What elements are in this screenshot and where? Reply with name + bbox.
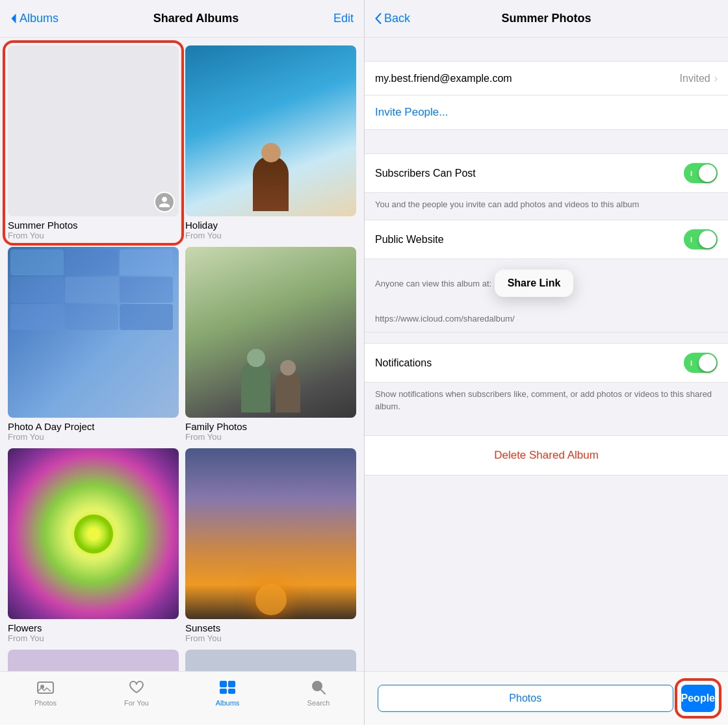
invite-people-label: Invite People... (375, 106, 448, 119)
album-thumb-photo-a-day (8, 247, 179, 418)
album-thumb-sunsets (185, 448, 356, 619)
invite-people-row[interactable]: Invite People... (365, 95, 728, 129)
delete-row[interactable]: Delete Shared Album (365, 435, 728, 476)
album-thumb-holiday (185, 45, 356, 216)
avatar (154, 192, 175, 212)
album-item-sunsets[interactable]: Sunsets From You (185, 448, 356, 643)
public-website-section: Public Website I (365, 220, 728, 259)
toggle-i-icon-2: I (690, 236, 692, 244)
album-grid: Summer Photos From You Holiday From You (0, 38, 364, 671)
album-row-2: Photo A Day Project From You Family Phot… (8, 247, 356, 442)
subscribers-description: You and the people you invite can add ph… (375, 199, 639, 209)
right-header: Back Summer Photos (365, 0, 728, 38)
public-website-label: Public Website (375, 234, 684, 246)
subscribers-can-post-label: Subscribers Can Post (375, 168, 684, 179)
share-link-url[interactable]: https://www.icloud.com/sharedalbum/ (375, 314, 515, 324)
album-item-partial-right[interactable] (185, 650, 356, 671)
right-content: my.best.friend@example.com Invited › Inv… (365, 38, 728, 671)
left-panel: Albums Shared Albums Edit Summer Photos … (0, 0, 364, 725)
invited-email: my.best.friend@example.com (375, 73, 680, 84)
album-thumb-summer-photos (8, 45, 179, 216)
share-link-popup-container: Share Link (495, 270, 574, 297)
svg-rect-3 (228, 681, 235, 687)
tile-7 (10, 304, 64, 330)
album-thumb-family-photos (185, 247, 356, 418)
notifications-description: Show notifications when subscribers like… (375, 389, 712, 411)
photos-icon (36, 678, 55, 696)
album-thumb-partial-right (185, 650, 356, 671)
album-item-photo-a-day[interactable]: Photo A Day Project From You (8, 247, 179, 442)
top-separator (365, 38, 728, 61)
public-website-toggle[interactable]: I (684, 229, 718, 249)
tab-photos-label: Photos (34, 699, 57, 707)
album-item-flowers[interactable]: Flowers From You (8, 448, 179, 643)
svg-rect-0 (38, 682, 53, 693)
photos-tab-label: Photos (509, 693, 541, 704)
notifications-section: Notifications I (365, 343, 728, 383)
notifications-row: Notifications I (365, 344, 728, 382)
bottom-spacer (365, 476, 728, 553)
sep-2 (365, 130, 728, 153)
invited-email-row[interactable]: my.best.friend@example.com Invited › (365, 62, 728, 95)
album-item-partial-left[interactable] (8, 650, 179, 671)
tab-for-you[interactable]: For You (91, 677, 182, 707)
right-back-button[interactable]: Back (375, 12, 410, 25)
subscribers-can-post-row: Subscribers Can Post I (365, 154, 728, 192)
right-back-label: Back (384, 12, 410, 25)
album-sub-sunsets: From You (185, 633, 356, 643)
right-page-title: Summer Photos (501, 12, 591, 25)
tile-4 (10, 277, 64, 303)
anyone-can-view-text: Anyone can view this album at: (375, 279, 491, 288)
toggle-i-icon: I (690, 170, 692, 177)
album-item-holiday[interactable]: Holiday From You (185, 45, 356, 240)
edit-button[interactable]: Edit (333, 12, 354, 25)
album-name-family-photos: Family Photos (185, 421, 356, 432)
tab-albums-label: Albums (216, 699, 240, 707)
invited-status: Invited (680, 73, 710, 84)
svg-rect-2 (220, 681, 227, 687)
link-url-row: https://www.icloud.com/sharedalbum/ (365, 305, 728, 333)
notifications-label: Notifications (375, 357, 684, 369)
sep-3 (365, 333, 728, 343)
notifications-description-row: Show notifications when subscribers like… (365, 383, 728, 422)
album-sub-photo-a-day: From You (8, 432, 179, 442)
invited-section: my.best.friend@example.com Invited › Inv… (365, 61, 728, 130)
back-button[interactable]: Albums (10, 12, 58, 25)
album-thumb-flowers (8, 448, 179, 619)
tile-6 (120, 277, 173, 303)
svg-line-7 (320, 689, 325, 694)
subscribers-section: Subscribers Can Post I (365, 153, 728, 193)
tile-1 (10, 249, 64, 275)
album-name-photo-a-day: Photo A Day Project (8, 421, 179, 432)
tile-3 (120, 249, 173, 275)
album-sub-summer-photos: From You (8, 231, 179, 240)
album-name-summer-photos: Summer Photos (8, 220, 179, 231)
album-sub-family-photos: From You (185, 432, 356, 442)
albums-icon (218, 678, 237, 696)
delete-label: Delete Shared Album (494, 449, 599, 462)
album-row-1: Summer Photos From You Holiday From You (8, 45, 356, 240)
share-link-area: Anyone can view this album at: Share Lin… (365, 259, 728, 305)
album-thumb-partial-left (8, 650, 179, 671)
photos-tab-button[interactable]: Photos (378, 685, 673, 712)
share-link-popup: Share Link (495, 270, 574, 297)
tab-albums[interactable]: Albums (182, 677, 273, 707)
tab-photos[interactable]: Photos (0, 677, 91, 707)
album-item-family-photos[interactable]: Family Photos From You (185, 247, 356, 442)
public-website-row: Public Website I (365, 220, 728, 259)
svg-rect-4 (220, 689, 227, 694)
album-item-summer-photos[interactable]: Summer Photos From You (8, 45, 179, 240)
subscribers-description-row: You and the people you invite can add ph… (365, 193, 728, 220)
page-title: Shared Albums (153, 12, 239, 25)
subscribers-can-post-toggle[interactable]: I (684, 163, 718, 183)
people-tab-button[interactable]: People (681, 685, 715, 712)
album-name-holiday: Holiday (185, 220, 356, 231)
notifications-toggle[interactable]: I (684, 353, 718, 373)
album-sub-holiday: From You (185, 231, 356, 240)
tile-9 (120, 304, 173, 330)
search-icon (309, 678, 328, 696)
tab-search[interactable]: Search (273, 677, 364, 707)
tab-for-you-label: For You (124, 699, 149, 707)
share-link-popup-title: Share Link (508, 277, 561, 289)
back-label: Albums (20, 12, 58, 25)
